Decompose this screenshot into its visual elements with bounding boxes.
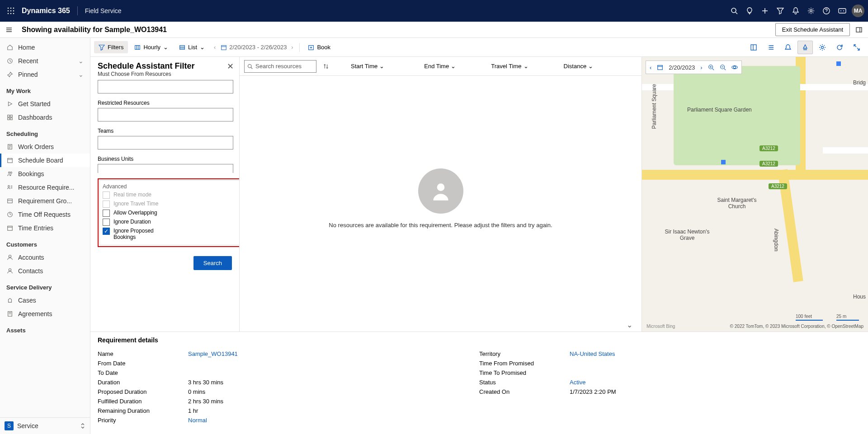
ignore-proposed-option[interactable]: ✓Ignore Proposed Bookings [103, 228, 170, 240]
gear-icon[interactable] [807, 7, 815, 14]
calendar-icon[interactable] [657, 64, 663, 70]
checkbox-icon[interactable] [103, 219, 110, 226]
map-next-icon[interactable]: › [700, 64, 702, 71]
refresh-icon[interactable] [832, 41, 847, 54]
col-start-time[interactable]: Start Time ⌄ [351, 63, 384, 70]
expand-icon[interactable] [855, 26, 863, 33]
sidebar-item-get-started[interactable]: Get Started [0, 97, 90, 111]
sidebar-item-dashboards[interactable]: Dashboards [0, 111, 90, 124]
sidebar-item-time-off[interactable]: Time Off Requests [0, 208, 90, 221]
map-marker [721, 160, 726, 164]
detail-value: 1/7/2023 2:20 PM [570, 388, 616, 395]
sidebar-item-home[interactable]: Home [0, 41, 90, 54]
svg-rect-13 [856, 28, 862, 32]
map-date[interactable]: 2/20/2023 [669, 64, 695, 71]
map-canvas[interactable]: Parliament Square Parliament Square Gard… [642, 57, 868, 331]
bu-input[interactable] [98, 164, 233, 173]
exit-schedule-assistant-button[interactable]: Exit Schedule Assistant [775, 23, 850, 36]
must-choose-input[interactable] [98, 80, 233, 93]
list2-icon[interactable] [763, 41, 778, 54]
area-switcher[interactable]: S Service [0, 417, 90, 434]
detail-link[interactable]: Active [570, 379, 585, 386]
board-icon[interactable] [746, 41, 761, 54]
chevron-down-icon: ⌄ [78, 57, 84, 65]
col-distance[interactable]: Distance ⌄ [564, 63, 594, 70]
lightbulb-icon[interactable] [746, 7, 753, 14]
hamburger-icon[interactable] [5, 26, 13, 33]
plus-icon[interactable] [761, 7, 769, 14]
restricted-input[interactable] [98, 108, 233, 121]
sidebar-item-resource-req[interactable]: Resource Require... [0, 181, 90, 194]
sidebar-item-cases[interactable]: Cases [0, 294, 90, 307]
chevron-down-icon[interactable]: ⌄ [627, 321, 632, 331]
map-prev-icon[interactable]: ‹ [650, 64, 651, 71]
detail-link[interactable]: NA-United States [570, 350, 615, 357]
map-toggle-icon[interactable] [797, 41, 813, 54]
app-name[interactable]: Field Service [85, 7, 122, 14]
advanced-legend: Advanced [103, 183, 237, 190]
checkbox-checked-icon[interactable]: ✓ [103, 228, 110, 235]
prev-icon[interactable]: ‹ [211, 44, 218, 51]
zoom-in-icon[interactable] [708, 64, 714, 70]
sidebar-item-label: Agreements [18, 310, 52, 317]
col-end-time[interactable]: End Time ⌄ [424, 63, 456, 70]
bell2-icon[interactable] [780, 41, 796, 54]
teams-input[interactable] [98, 136, 233, 149]
view-hourly-button[interactable]: Hourly⌄ [130, 41, 173, 53]
next-icon[interactable]: › [288, 44, 296, 51]
detail-key: Time From Promised [479, 360, 570, 367]
search-button[interactable]: Search [193, 256, 232, 270]
col-travel-time[interactable]: Travel Time ⌄ [491, 63, 528, 70]
date-range[interactable]: 2/20/2023 - 2/26/2023 [229, 44, 287, 51]
sidebar-item-agreements[interactable]: Agreements [0, 307, 90, 321]
sidebar-item-time-entries[interactable]: Time Entries [0, 221, 90, 235]
sidebar-item-contacts[interactable]: Contacts [0, 264, 90, 278]
ignore-duration-option[interactable]: Ignore Duration [103, 219, 170, 226]
workorder-icon [6, 143, 14, 150]
timeentry-icon [6, 224, 14, 232]
view-list-button[interactable]: List⌄ [175, 41, 209, 53]
map-panel[interactable]: ‹ 2/20/2023 › Parliament Square [642, 57, 868, 331]
allow-overlap-option[interactable]: Allow Overlapping [103, 210, 170, 217]
detail-link[interactable]: Normal [188, 417, 207, 424]
sidebar-item-label: Time Entries [18, 224, 53, 232]
map-toolbar: ‹ 2/20/2023 › [646, 61, 742, 74]
sidebar-item-accounts[interactable]: Accounts [0, 251, 90, 264]
group-icon [6, 197, 14, 205]
locate-icon[interactable] [731, 64, 738, 70]
sort-icon[interactable] [323, 63, 329, 70]
checkbox-icon[interactable] [103, 210, 110, 217]
fullscreen-icon[interactable] [849, 41, 864, 54]
zoom-out-icon[interactable] [720, 64, 726, 70]
filters-button[interactable]: Filters [94, 41, 128, 53]
chevron-down-icon: ⌄ [200, 44, 205, 51]
search-resources-input[interactable]: Search resources [244, 60, 316, 73]
schedule-toolbar: Filters Hourly⌄ List⌄ ‹ 2/20/2023 - 2/26… [90, 38, 868, 57]
svg-point-7 [10, 13, 12, 14]
help-icon[interactable] [823, 7, 830, 14]
detail-link[interactable]: Sample_WO13941 [188, 350, 238, 357]
details-title: Requirement details [98, 336, 861, 344]
sidebar-item-work-orders[interactable]: Work Orders [0, 140, 90, 154]
user-avatar[interactable]: MA [852, 5, 864, 17]
section-service-delivery: Service Delivery [0, 278, 90, 294]
search-icon[interactable] [731, 7, 738, 14]
sidebar-item-schedule-board[interactable]: Schedule Board [0, 154, 90, 167]
sidebar-item-requirement-groups[interactable]: Requirement Gro... [0, 194, 90, 208]
app-launcher-icon[interactable] [4, 4, 18, 18]
assistant-icon[interactable] [838, 7, 846, 14]
case-icon [6, 297, 14, 304]
sidebar-item-recent[interactable]: Recent⌄ [0, 54, 90, 68]
gear2-icon[interactable] [815, 41, 830, 54]
sidebar-item-pinned[interactable]: Pinned⌄ [0, 68, 90, 81]
dashboard-icon [6, 114, 14, 121]
filter-panel: ✕ Schedule Assistant Filter Must Choose … [90, 57, 240, 331]
calendar-icon[interactable] [220, 44, 227, 51]
map-attribution: © 2022 TomTom, © 2023 Microsoft Corporat… [730, 324, 863, 329]
close-icon[interactable]: ✕ [227, 61, 234, 71]
filter-icon[interactable] [777, 7, 784, 14]
book-button[interactable]: Book [303, 41, 335, 53]
sidebar-item-bookings[interactable]: Bookings [0, 167, 90, 181]
brand-name[interactable]: Dynamics 365 [22, 7, 70, 15]
bell-icon[interactable] [792, 7, 799, 14]
